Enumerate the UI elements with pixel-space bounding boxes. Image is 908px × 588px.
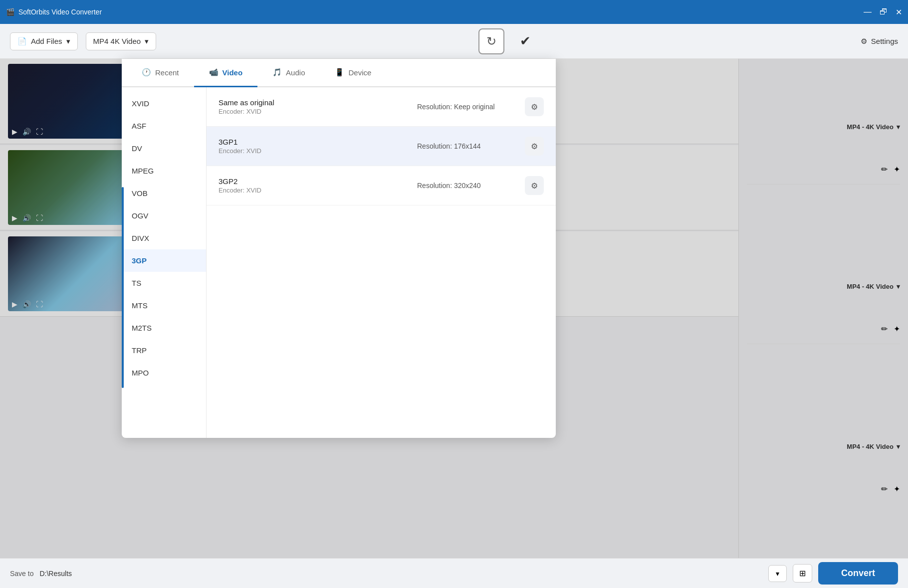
- format-list: XVID ASF DV MPEG VOB OGV DIVX 3GP TS MTS…: [122, 87, 207, 438]
- preset-encoder-same: Encoder: XVID: [219, 108, 409, 115]
- grid-view-button[interactable]: ⊞: [793, 564, 812, 583]
- modal-overlay: 🕐 Recent 📹 Video 🎵 Audio 📱 Device: [0, 59, 908, 558]
- format-item-divx[interactable]: DIVX: [122, 227, 206, 249]
- main-content: ▶ 🔊 ⛶ ▶ 🔊 ⛶ ▶ 🔊 ⛶: [0, 59, 908, 558]
- preset-item-3gp1[interactable]: 3GP1 Encoder: XVID Resolution: 176x144 ⚙: [207, 127, 556, 166]
- add-files-icon: 📄: [17, 37, 27, 46]
- close-button[interactable]: ✕: [896, 7, 902, 17]
- title-bar-controls: — 🗗 ✕: [864, 7, 902, 17]
- format-item-m2ts[interactable]: M2TS: [122, 317, 206, 339]
- bottom-bar: Save to D:\Results ▾ ⊞ Convert: [0, 558, 908, 588]
- toolbar: 📄 Add Files ▾ MP4 4K Video ▾ ↻ ✔ ⚙ Setti…: [0, 24, 908, 59]
- format-item-trp[interactable]: TRP: [122, 339, 206, 362]
- settings-button[interactable]: ⚙ Settings: [861, 37, 898, 46]
- check-icon: ✔: [520, 33, 531, 49]
- scroll-indicator: [122, 187, 124, 388]
- format-modal: 🕐 Recent 📹 Video 🎵 Audio 📱 Device: [122, 59, 556, 438]
- format-item-dv[interactable]: DV: [122, 137, 206, 160]
- bottom-format-dropdown[interactable]: ▾: [768, 565, 787, 582]
- tab-video[interactable]: 📹 Video: [194, 59, 258, 87]
- settings-gear-icon: ⚙: [861, 37, 867, 46]
- tab-recent-label: Recent: [155, 68, 179, 77]
- format-item-ogv[interactable]: OGV: [122, 204, 206, 227]
- recent-icon: 🕐: [142, 68, 151, 77]
- preset-gear-icon-3gp1: ⚙: [531, 142, 538, 151]
- maximize-button[interactable]: 🗗: [880, 7, 888, 16]
- refresh-button[interactable]: ↻: [478, 28, 504, 54]
- preset-info-3gp2: 3GP2 Encoder: XVID: [219, 177, 409, 194]
- add-files-label: Add Files: [31, 37, 62, 45]
- format-button[interactable]: MP4 4K Video ▾: [86, 32, 157, 50]
- preset-list: Same as original Encoder: XVID Resolutio…: [207, 87, 556, 438]
- video-icon: 📹: [209, 68, 219, 77]
- format-item-xvid[interactable]: XVID: [122, 92, 206, 115]
- device-icon: 📱: [335, 68, 344, 77]
- preset-settings-button-3gp1[interactable]: ⚙: [525, 137, 544, 156]
- tab-video-label: Video: [223, 68, 243, 77]
- grid-icon: ⊞: [799, 569, 806, 578]
- format-chevron-icon: ▾: [145, 37, 149, 46]
- preset-settings-button-same[interactable]: ⚙: [525, 97, 544, 116]
- format-item-vob[interactable]: VOB: [122, 182, 206, 204]
- preset-resolution-same: Resolution: Keep original: [417, 103, 517, 111]
- check-button[interactable]: ✔: [512, 28, 538, 54]
- format-item-3gp[interactable]: 3GP: [122, 249, 206, 272]
- format-item-mts[interactable]: MTS: [122, 294, 206, 317]
- refresh-icon: ↻: [486, 34, 496, 48]
- settings-label: Settings: [871, 37, 898, 45]
- tab-device-label: Device: [348, 68, 371, 77]
- preset-name-same: Same as original: [219, 98, 409, 107]
- save-path: D:\Results: [39, 570, 72, 578]
- tab-audio-label: Audio: [286, 68, 305, 77]
- save-to-label: Save to: [10, 570, 33, 578]
- format-item-mpeg[interactable]: MPEG: [122, 160, 206, 182]
- preset-settings-button-3gp2[interactable]: ⚙: [525, 176, 544, 195]
- preset-encoder-3gp1: Encoder: XVID: [219, 147, 409, 155]
- bottom-right: ▾ ⊞ Convert: [768, 562, 898, 585]
- convert-button[interactable]: Convert: [818, 562, 898, 585]
- preset-resolution-3gp1: Resolution: 176x144: [417, 142, 517, 150]
- preset-info-3gp1: 3GP1 Encoder: XVID: [219, 138, 409, 155]
- app-icon: 🎬: [6, 8, 14, 16]
- title-bar: 🎬 SoftOrbits Video Converter — 🗗 ✕: [0, 0, 908, 24]
- add-files-chevron-icon: ▾: [66, 37, 70, 46]
- format-label: MP4 4K Video: [93, 37, 141, 45]
- format-item-ts[interactable]: TS: [122, 272, 206, 294]
- title-bar-left: 🎬 SoftOrbits Video Converter: [6, 8, 102, 16]
- preset-encoder-3gp2: Encoder: XVID: [219, 187, 409, 194]
- format-item-mpo[interactable]: MPO: [122, 362, 206, 384]
- tab-audio[interactable]: 🎵 Audio: [257, 59, 320, 87]
- preset-gear-icon-3gp2: ⚙: [531, 181, 538, 191]
- preset-name-3gp1: 3GP1: [219, 138, 409, 146]
- modal-body: XVID ASF DV MPEG VOB OGV DIVX 3GP TS MTS…: [122, 87, 556, 438]
- format-item-asf[interactable]: ASF: [122, 115, 206, 137]
- app-title: SoftOrbits Video Converter: [18, 8, 102, 16]
- modal-tabs: 🕐 Recent 📹 Video 🎵 Audio 📱 Device: [122, 59, 556, 87]
- preset-resolution-3gp2: Resolution: 320x240: [417, 182, 517, 190]
- preset-info-same: Same as original Encoder: XVID: [219, 98, 409, 115]
- chevron-down-icon: ▾: [776, 570, 779, 578]
- preset-item-same-as-original[interactable]: Same as original Encoder: XVID Resolutio…: [207, 87, 556, 127]
- minimize-button[interactable]: —: [864, 7, 872, 16]
- preset-item-3gp2[interactable]: 3GP2 Encoder: XVID Resolution: 320x240 ⚙: [207, 166, 556, 205]
- preset-name-3gp2: 3GP2: [219, 177, 409, 186]
- tab-device[interactable]: 📱 Device: [320, 59, 386, 87]
- tab-recent[interactable]: 🕐 Recent: [127, 59, 194, 87]
- preset-gear-icon-same: ⚙: [531, 102, 538, 112]
- add-files-button[interactable]: 📄 Add Files ▾: [10, 32, 78, 50]
- audio-icon: 🎵: [272, 68, 282, 77]
